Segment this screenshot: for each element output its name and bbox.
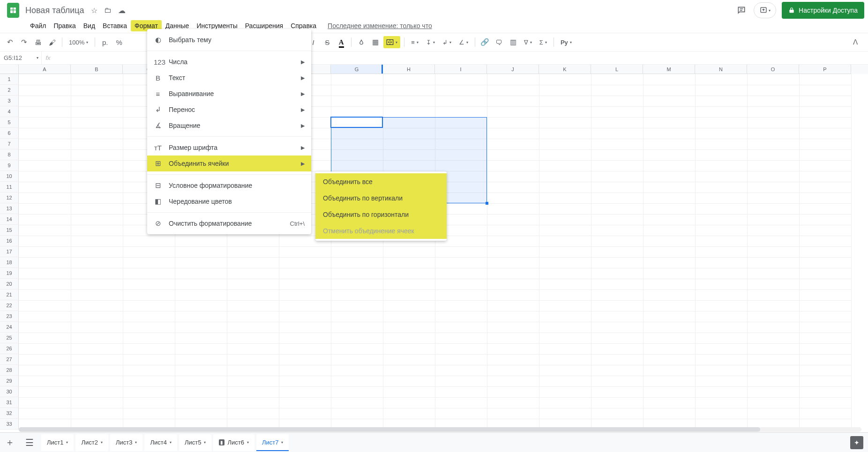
redo-button[interactable]: ↷ [18, 36, 30, 48]
format-item[interactable]: тТРазмер шрифта▶ [147, 140, 311, 156]
chart-button[interactable]: ▥ [507, 36, 519, 48]
row-header-4[interactable]: 4 [0, 106, 19, 117]
row-header-26[interactable]: 26 [0, 343, 19, 354]
sheets-logo[interactable] [4, 1, 22, 20]
fill-color-button[interactable] [355, 36, 367, 48]
row-header-6[interactable]: 6 [0, 128, 19, 139]
sheet-tab[interactable]: Лист1▾ [41, 434, 74, 451]
menu-вид[interactable]: Вид [80, 20, 99, 31]
sheet-tab[interactable]: ▮Лист6▾ [213, 434, 254, 451]
name-box[interactable]: G5:I12▾ [0, 54, 41, 61]
borders-button[interactable]: ▦ [369, 36, 382, 48]
col-header-K[interactable]: K [539, 65, 591, 74]
sheet-tab[interactable]: Лист5▾ [179, 434, 211, 451]
row-header-25[interactable]: 25 [0, 333, 19, 343]
row-header-7[interactable]: 7 [0, 139, 19, 149]
col-header-N[interactable]: N [695, 65, 747, 74]
row-header-11[interactable]: 11 [0, 182, 19, 193]
format-item[interactable]: ◧Чередование цветов [147, 193, 311, 209]
row-header-30[interactable]: 30 [0, 386, 19, 397]
format-item[interactable]: 123Числа▶ [147, 54, 311, 70]
sheet-tab[interactable]: Лист2▾ [75, 434, 108, 451]
row-header-29[interactable]: 29 [0, 376, 19, 386]
format-item[interactable]: ◐Выбрать тему [147, 32, 311, 48]
explore-button[interactable]: ✦ [850, 436, 863, 449]
col-header-G[interactable]: G [331, 65, 383, 74]
v-align-button[interactable]: ↧▾ [423, 36, 438, 48]
spreadsheet-grid[interactable]: ABCDEFGHIJKLMNOP 12345678910111213141516… [0, 65, 868, 435]
menu-вставка[interactable]: Вставка [99, 20, 131, 31]
cloud-icon[interactable]: ☁ [118, 6, 126, 15]
row-header-16[interactable]: 16 [0, 236, 19, 246]
row-header-2[interactable]: 2 [0, 85, 19, 96]
filter-button[interactable]: ∇▾ [521, 36, 535, 48]
sheet-tab[interactable]: Лист4▾ [144, 434, 177, 451]
row-header-8[interactable]: 8 [0, 149, 19, 160]
last-modified[interactable]: Последнее изменение: только что [328, 22, 432, 30]
merge-item[interactable]: Объединить по вертикали [315, 190, 447, 206]
row-header-32[interactable]: 32 [0, 408, 19, 419]
functions-button[interactable]: Σ▾ [537, 36, 550, 48]
link-button[interactable]: 🔗 [479, 36, 491, 48]
row-header-3[interactable]: 3 [0, 96, 19, 106]
col-header-O[interactable]: O [747, 65, 799, 74]
tab-menu-icon[interactable]: ▾ [66, 440, 68, 445]
h-scrollbar[interactable] [19, 427, 861, 432]
format-item[interactable]: ⊟Условное форматирование [147, 178, 311, 193]
present-icon[interactable]: ▾ [754, 2, 776, 18]
tab-menu-icon[interactable]: ▾ [101, 440, 103, 445]
row-header-12[interactable]: 12 [0, 193, 19, 203]
format-item[interactable]: ↲Перенос▶ [147, 102, 311, 118]
comment-button[interactable]: 🗨 [493, 36, 505, 48]
all-sheets-button[interactable]: ☰ [20, 433, 39, 452]
h-align-button[interactable]: ≡▾ [408, 36, 421, 48]
row-header-33[interactable]: 33 [0, 419, 19, 430]
tab-menu-icon[interactable]: ▾ [247, 440, 249, 445]
row-header-15[interactable]: 15 [0, 225, 19, 236]
add-sheet-button[interactable]: ＋ [0, 433, 20, 452]
document-title[interactable]: Новая таблица [22, 6, 87, 15]
tab-menu-icon[interactable]: ▾ [170, 440, 172, 445]
menu-файл[interactable]: Файл [26, 20, 50, 31]
col-header-L[interactable]: L [591, 65, 643, 74]
row-header-23[interactable]: 23 [0, 311, 19, 322]
format-item[interactable]: ≡Выравнивание▶ [147, 86, 311, 102]
row-header-13[interactable]: 13 [0, 203, 19, 214]
tab-menu-icon[interactable]: ▾ [135, 440, 137, 445]
row-header-10[interactable]: 10 [0, 171, 19, 182]
row-header-27[interactable]: 27 [0, 354, 19, 365]
row-header-28[interactable]: 28 [0, 365, 19, 376]
comments-icon[interactable] [733, 2, 750, 19]
wrap-button[interactable]: ↲▾ [440, 36, 454, 48]
share-button[interactable]: Настройки Доступа [782, 2, 864, 19]
move-icon[interactable]: 🗀 [104, 6, 112, 15]
menu-правка[interactable]: Правка [50, 20, 79, 31]
collapse-toolbar-button[interactable]: ᐱ [849, 36, 861, 48]
percent-button[interactable]: % [113, 36, 125, 48]
merge-cells-button[interactable]: ▾ [383, 36, 400, 48]
star-icon[interactable]: ☆ [91, 6, 97, 15]
undo-button[interactable]: ↶ [4, 36, 16, 48]
paint-format-button[interactable]: 🖌 [46, 36, 58, 48]
row-header-5[interactable]: 5 [0, 117, 19, 128]
row-header-22[interactable]: 22 [0, 300, 19, 311]
format-item[interactable]: ⊘Очистить форматированиеCtrl+\ [147, 215, 311, 231]
merge-item[interactable]: Объединить по горизонтали [315, 206, 447, 222]
row-header-14[interactable]: 14 [0, 214, 19, 225]
row-header-19[interactable]: 19 [0, 268, 19, 279]
row-header-31[interactable]: 31 [0, 397, 19, 408]
row-header-18[interactable]: 18 [0, 257, 19, 268]
sheet-tab[interactable]: Лист7▾ [256, 434, 289, 451]
col-header-M[interactable]: M [643, 65, 695, 74]
row-header-20[interactable]: 20 [0, 279, 19, 289]
sheet-tab[interactable]: Лист3▾ [110, 434, 142, 451]
rotate-button[interactable]: ∠▾ [456, 36, 471, 48]
format-item[interactable]: ∡Вращение▶ [147, 118, 311, 133]
format-item[interactable]: ⊞Объединить ячейки▶ [147, 156, 311, 171]
col-header-I[interactable]: I [435, 65, 487, 74]
currency-button[interactable]: p. [99, 36, 111, 48]
print-button[interactable]: 🖶 [32, 36, 44, 48]
col-header-B[interactable]: B [71, 65, 123, 74]
row-header-24[interactable]: 24 [0, 322, 19, 333]
py-button[interactable]: Py▾ [558, 36, 575, 48]
